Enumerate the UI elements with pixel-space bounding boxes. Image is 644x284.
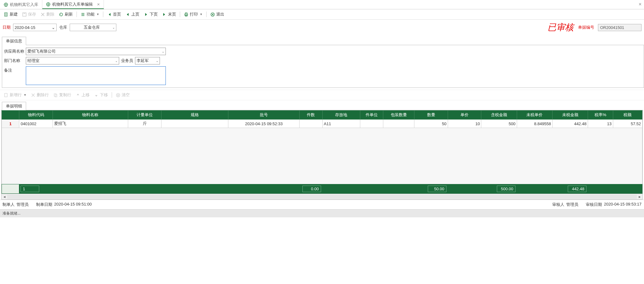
tab-label: 机物料其它入库: [10, 2, 38, 7]
cell-code[interactable]: 0401002: [19, 120, 53, 128]
cell-qty[interactable]: 50: [414, 120, 448, 128]
col-amttax[interactable]: 含税金额: [481, 111, 517, 120]
col-pcs[interactable]: 件数: [299, 111, 322, 120]
svg-rect-6: [185, 12, 187, 14]
print-label: 打印: [190, 12, 198, 17]
col-unit[interactable]: 计量单位: [128, 111, 161, 120]
first-icon: [107, 12, 112, 17]
tab-label: 机物料其它入库单编辑: [52, 2, 93, 7]
tab-edit[interactable]: 机物料其它入库单编辑 ×: [42, 0, 104, 9]
add-row-label: 新增行: [10, 92, 22, 98]
cell-pricenotax[interactable]: 8.849558: [517, 120, 552, 128]
cell-amtnotax[interactable]: 442.48: [552, 120, 588, 128]
cell-pcunit[interactable]: [360, 120, 383, 128]
supplier-select[interactable]: 爱招飞有限公司 ⌄: [26, 48, 166, 55]
section-info-tab[interactable]: 单据信息: [2, 37, 26, 45]
list-icon: [81, 12, 85, 17]
cell-price[interactable]: 10: [448, 120, 481, 128]
print-icon: [184, 12, 189, 17]
next-button[interactable]: 下页: [142, 11, 160, 18]
save-icon: [22, 12, 27, 17]
make-date-value: 2020-04-15 09:51:00: [54, 202, 92, 207]
col-amtnotax[interactable]: 未税金额: [552, 111, 588, 120]
date-input[interactable]: 2020-04-15 ⌄: [13, 24, 57, 31]
cell-spec[interactable]: [161, 120, 228, 128]
warehouse-label: 仓库: [59, 25, 67, 30]
tab-bar: 机物料其它入库 机物料其它入库单编辑 × ×: [0, 0, 644, 9]
auditor-label: 审核人: [552, 202, 564, 207]
cell-batch[interactable]: 2020-04-15 09:52:33: [228, 120, 299, 128]
remark-input[interactable]: [26, 66, 166, 85]
row-toolbar: 新增行 ▼ 删除行 复制行 上移 下移 清空: [0, 90, 644, 100]
cell-pack[interactable]: [383, 120, 414, 128]
cell-tax[interactable]: 57.52: [613, 120, 642, 128]
scroll-track[interactable]: [7, 195, 637, 199]
close-icon[interactable]: ×: [97, 2, 100, 7]
cell-amttax[interactable]: 500: [481, 120, 517, 128]
func-label: 功能: [86, 12, 95, 17]
first-button[interactable]: 首页: [105, 11, 123, 18]
col-taxrate[interactable]: 税率%: [588, 111, 613, 120]
col-tax[interactable]: 税额: [613, 111, 642, 120]
close-all-icon[interactable]: ×: [639, 2, 642, 7]
col-qty[interactable]: 数量: [414, 111, 448, 120]
last-button[interactable]: 末页: [160, 11, 178, 18]
new-icon: [4, 93, 8, 97]
dept-select[interactable]: 经理室 ⌄: [26, 57, 119, 64]
tab-inbound[interactable]: 机物料其它入库: [0, 0, 42, 9]
col-loc[interactable]: 存放地: [322, 111, 360, 120]
approved-stamp: 已审核: [548, 21, 574, 33]
main-toolbar: 新建 保存 删除 刷新 功能 ▼ 首页 上页 下页 末页 打印 ▼: [0, 9, 644, 20]
func-button[interactable]: 功能 ▼: [79, 11, 101, 18]
new-button[interactable]: 新建: [2, 11, 20, 18]
clear-label: 清空: [122, 92, 130, 98]
copy-row-button[interactable]: 复制行: [51, 91, 73, 99]
col-price[interactable]: 单价: [448, 111, 481, 120]
col-spec[interactable]: 规格: [161, 111, 228, 120]
refresh-button[interactable]: 刷新: [57, 11, 75, 18]
cell-taxrate[interactable]: 13: [588, 120, 613, 128]
chevron-down-icon: ▼: [24, 93, 26, 97]
sales-label: 业务员: [121, 58, 133, 64]
delete-icon: [40, 12, 45, 17]
col-pricenotax[interactable]: 未税单价: [517, 111, 552, 120]
cell-loc[interactable]: A11: [322, 120, 360, 128]
col-code[interactable]: 物料代码: [19, 111, 53, 120]
col-pack[interactable]: 包装数量: [383, 111, 414, 120]
exit-button[interactable]: 退出: [208, 11, 226, 18]
prev-label: 上页: [131, 12, 139, 17]
clear-button[interactable]: 清空: [114, 91, 132, 99]
exit-label: 退出: [216, 12, 224, 17]
copy-icon: [53, 93, 58, 97]
svg-rect-9: [5, 93, 7, 97]
col-pcunit[interactable]: 件单位: [360, 111, 383, 120]
cell-unit[interactable]: 斤: [128, 120, 161, 128]
table-row[interactable]: 1 0401002 爱招飞 斤 2020-04-15 09:52:33 A11 …: [2, 120, 642, 128]
row-number: 1: [2, 120, 19, 128]
horizontal-scrollbar[interactable]: ◂ ▸: [2, 194, 642, 199]
print-button[interactable]: 打印 ▼: [182, 11, 204, 18]
docno-field: OR20041501: [598, 24, 642, 31]
save-button[interactable]: 保存: [20, 11, 38, 18]
up-row-label: 上移: [82, 92, 90, 98]
scroll-left-icon[interactable]: ◂: [2, 194, 7, 199]
cell-name[interactable]: 爱招飞: [53, 120, 128, 128]
chevron-down-icon: ⌄: [112, 26, 115, 29]
col-batch[interactable]: 批号: [228, 111, 299, 120]
delete-button[interactable]: 删除: [39, 11, 56, 18]
date-label: 日期: [2, 25, 11, 30]
chevron-down-icon: ⌄: [115, 59, 118, 63]
col-name[interactable]: 物料名称: [53, 111, 128, 120]
total-count: 1: [21, 186, 39, 192]
cell-pcs[interactable]: [299, 120, 322, 128]
globe-icon: [46, 2, 50, 7]
up-row-button[interactable]: 上移: [74, 91, 91, 99]
sales-select[interactable]: 李延军 ⌄: [135, 57, 160, 64]
section-detail-tab[interactable]: 单据明细: [2, 102, 26, 110]
del-row-button[interactable]: 删除行: [29, 91, 51, 99]
scroll-right-icon[interactable]: ▸: [637, 194, 642, 199]
add-row-button[interactable]: 新增行 ▼: [2, 91, 28, 99]
warehouse-select[interactable]: 五金仓库 ⌄: [70, 24, 116, 31]
prev-button[interactable]: 上页: [124, 11, 141, 18]
down-row-button[interactable]: 下移: [92, 91, 110, 99]
